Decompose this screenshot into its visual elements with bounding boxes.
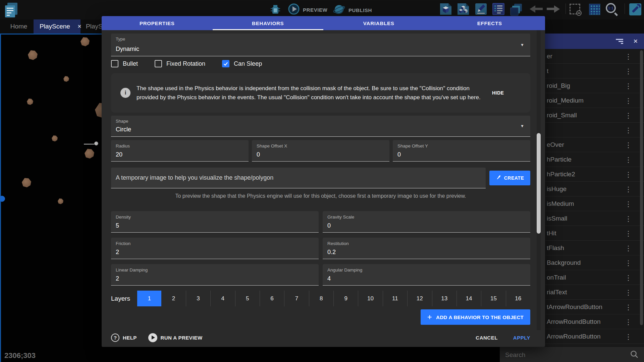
type-select[interactable]: Type Dynamic ▼ xyxy=(111,34,530,56)
shape-select[interactable]: Shape Circle ▼ xyxy=(111,116,530,137)
layer-cell-2[interactable]: 2 xyxy=(161,291,186,306)
filter-icon[interactable] xyxy=(616,38,623,45)
grid-toggle-icon[interactable] xyxy=(589,4,600,15)
kebab-menu-icon[interactable]: ⋮ xyxy=(625,200,632,207)
debugger-icon[interactable] xyxy=(270,4,281,15)
tab-close-icon[interactable]: ✕ xyxy=(77,23,82,29)
kebab-menu-icon[interactable]: ⋮ xyxy=(625,112,632,119)
search-input[interactable] xyxy=(504,351,630,359)
bullet-checkbox-box[interactable] xyxy=(111,60,118,67)
layer-cell-10[interactable]: 10 xyxy=(358,291,383,306)
kebab-menu-icon[interactable]: ⋮ xyxy=(625,230,632,237)
asteroid-sprite[interactable] xyxy=(63,76,69,82)
redo-icon[interactable] xyxy=(546,5,561,15)
radius-field[interactable]: Radius 20 xyxy=(111,140,249,162)
kebab-menu-icon[interactable]: ⋮ xyxy=(625,274,632,281)
layers-panel-icon[interactable] xyxy=(509,3,523,16)
can-sleep-checkbox[interactable]: Can Sleep xyxy=(222,60,262,67)
layer-cell-6[interactable]: 6 xyxy=(260,291,284,306)
tab-playscene[interactable]: PlayScene ✕ xyxy=(34,19,80,34)
layer-cell-11[interactable]: 11 xyxy=(383,291,408,306)
fixed-rotation-checkbox[interactable]: Fixed Rotation xyxy=(155,60,205,67)
temp-image-field[interactable]: A temporary image to help you visualize … xyxy=(111,168,486,188)
kebab-menu-icon[interactable]: ⋮ xyxy=(625,67,632,74)
kebab-menu-icon[interactable]: ⋮ xyxy=(625,333,632,340)
kebab-menu-icon[interactable]: ⋮ xyxy=(625,53,632,60)
asteroid-sprite[interactable] xyxy=(58,198,63,204)
help-button[interactable]: ? HELP xyxy=(111,334,137,342)
layer-cell-12[interactable]: 12 xyxy=(408,291,432,306)
layer-cell-8[interactable]: 8 xyxy=(309,291,334,306)
shape-offset-y-field[interactable]: Shape Offset Y 0 xyxy=(393,140,530,162)
asteroid-sprite[interactable] xyxy=(80,37,90,46)
kebab-menu-icon[interactable]: ⋮ xyxy=(625,318,632,325)
create-button[interactable]: CREATE xyxy=(489,171,530,185)
layer-cell-4[interactable]: 4 xyxy=(211,291,235,306)
kebab-menu-icon[interactable]: ⋮ xyxy=(625,303,632,310)
dialog-scrollbar-track[interactable] xyxy=(537,30,541,330)
tab-properties[interactable]: PROPERTIES xyxy=(102,16,213,30)
deselect-mask-icon[interactable] xyxy=(570,4,580,14)
object-groups-icon[interactable] xyxy=(457,3,470,15)
hide-button[interactable]: HIDE xyxy=(492,90,504,96)
apply-button[interactable]: APPLY xyxy=(513,335,530,341)
kebab-menu-icon[interactable]: ⋮ xyxy=(625,171,632,178)
angular-damping-field[interactable]: Angular Damping 4 xyxy=(323,264,530,286)
project-manager-icon[interactable] xyxy=(3,2,19,18)
kebab-menu-icon[interactable]: ⋮ xyxy=(625,215,632,222)
edit-scene-properties-icon[interactable] xyxy=(475,3,487,15)
tab-effects[interactable]: EFFECTS xyxy=(434,16,545,30)
kebab-menu-icon[interactable]: ⋮ xyxy=(625,97,632,104)
asteroid-sprite[interactable] xyxy=(22,178,31,187)
object-label: er xyxy=(547,53,552,60)
kebab-menu-icon[interactable]: ⋮ xyxy=(625,244,632,251)
tab-home[interactable]: Home xyxy=(4,19,34,34)
cancel-button[interactable]: CANCEL xyxy=(476,335,498,341)
layer-cell-7[interactable]: 7 xyxy=(284,291,309,306)
shape-offset-x-field[interactable]: Shape Offset X 0 xyxy=(252,140,389,162)
tab-variables[interactable]: VARIABLES xyxy=(323,16,434,30)
layer-cell-16[interactable]: 16 xyxy=(506,291,530,306)
layer-cell-5[interactable]: 5 xyxy=(235,291,260,306)
layer-cell-13[interactable]: 13 xyxy=(432,291,457,306)
tab-playscene-events[interactable]: PlayS xyxy=(85,19,103,34)
linear-damping-field[interactable]: Linear Damping 2 xyxy=(111,264,319,286)
dialog-scrollbar-thumb[interactable] xyxy=(537,133,541,234)
zoom-one-to-one-icon[interactable]: 1:1 xyxy=(606,3,619,16)
open-properties-list-icon[interactable] xyxy=(492,3,505,15)
particle-emitter-handle[interactable] xyxy=(94,141,98,145)
asteroid-sprite[interactable] xyxy=(52,135,58,141)
asteroid-sprite[interactable] xyxy=(27,99,33,105)
undo-icon[interactable] xyxy=(529,5,543,15)
kebab-menu-icon[interactable]: ⋮ xyxy=(625,141,632,148)
can-sleep-checkbox-box[interactable] xyxy=(222,60,229,67)
density-field[interactable]: Density 5 xyxy=(111,211,319,233)
friction-field[interactable]: Friction 2 xyxy=(111,238,319,259)
asteroid-sprite[interactable] xyxy=(28,50,38,60)
layer-cell-3[interactable]: 3 xyxy=(186,291,211,306)
bullet-checkbox[interactable]: Bullet xyxy=(111,60,138,67)
gravity-scale-field[interactable]: Gravity Scale 0 xyxy=(323,211,530,233)
kebab-menu-icon[interactable]: ⋮ xyxy=(625,289,632,296)
kebab-menu-icon[interactable]: ⋮ xyxy=(625,259,632,266)
publish-button[interactable]: PUBLISH xyxy=(333,3,372,17)
objects-panel-scrollbar[interactable] xyxy=(640,50,643,325)
fixed-rotation-checkbox-box[interactable] xyxy=(155,60,162,67)
kebab-menu-icon[interactable]: ⋮ xyxy=(625,126,632,133)
layer-cell-9[interactable]: 9 xyxy=(334,291,358,306)
tab-behaviors[interactable]: BEHAVIORS xyxy=(213,16,324,30)
kebab-menu-icon[interactable]: ⋮ xyxy=(625,185,632,192)
run-preview-button[interactable]: RUN A PREVIEW xyxy=(148,333,203,342)
kebab-menu-icon[interactable]: ⋮ xyxy=(625,156,632,163)
asteroid-sprite[interactable] xyxy=(85,149,94,159)
layer-cell-15[interactable]: 15 xyxy=(481,291,506,306)
layer-cell-14[interactable]: 14 xyxy=(457,291,481,306)
scene-tools-icon[interactable] xyxy=(629,3,642,16)
kebab-menu-icon[interactable]: ⋮ xyxy=(625,82,632,89)
layer-cell-1[interactable]: 1 xyxy=(137,291,161,306)
restitution-field[interactable]: Restitution 0.2 xyxy=(323,238,530,259)
add-behavior-button[interactable]: + ADD A BEHAVIOR TO THE OBJECT xyxy=(421,309,530,325)
panel-close-icon[interactable]: ✕ xyxy=(633,38,638,45)
scene-objects-icon[interactable] xyxy=(439,3,452,15)
preview-button[interactable]: PREVIEW xyxy=(288,3,327,16)
